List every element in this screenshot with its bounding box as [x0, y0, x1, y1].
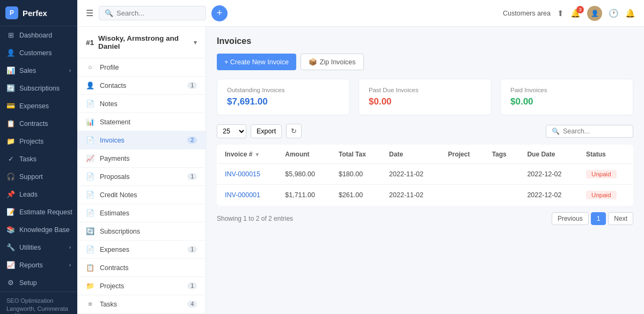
avatar[interactable]: 👤 [587, 6, 602, 21]
leads-icon: 📌 [6, 190, 15, 198]
panel-menu-item-statement[interactable]: 📊 Statement [77, 113, 206, 131]
panel-menu-item-contacts[interactable]: 👤 Contacts 1 [77, 77, 206, 95]
bell-icon[interactable]: 🔔 [625, 9, 635, 18]
sidebar-item-utilities[interactable]: 🔧 Utilities › [0, 238, 77, 256]
outstanding-value: $7,691.00 [227, 96, 340, 107]
cell-due-date: 2022-12-02 [519, 185, 579, 206]
sidebar-item-setup[interactable]: ⚙ Setup [0, 274, 77, 291]
panel-menu-item-proposals[interactable]: 📄 Proposals 1 [77, 168, 206, 186]
panel-menu-item-notes[interactable]: 📄 Notes [77, 95, 206, 113]
zip-label: Zip Invoices [320, 58, 356, 66]
expenses-badge: 1 [187, 246, 197, 253]
th-status: Status [579, 145, 633, 164]
per-page-select[interactable]: 25 50 100 [217, 124, 246, 138]
table-search-input[interactable] [563, 128, 627, 135]
invoices-badge: 2 [187, 137, 197, 144]
cell-date: 2022-11-02 [382, 164, 441, 185]
sidebar-item-label: Reports [19, 261, 43, 269]
sidebar-item-customers[interactable]: 👤 Customers [0, 44, 77, 62]
panel-menu-item-expenses[interactable]: 📄 Expenses 1 [77, 241, 206, 259]
panel-menu-label: Estimates [100, 210, 129, 217]
sidebar-item-reports[interactable]: 📈 Reports › [0, 256, 77, 274]
panel-menu-label: Contracts [100, 264, 129, 272]
panel-menu-item-contracts[interactable]: 📋 Contracts [77, 259, 206, 277]
tasks-icon: ✓ [6, 155, 15, 163]
contacts-icon: 👤 [86, 81, 94, 89]
panel-menu-item-invoices[interactable]: 📄 Invoices 2 [77, 131, 206, 149]
sidebar-item-subscriptions[interactable]: 🔄 Subscriptions [0, 79, 77, 97]
share-icon[interactable]: ⬆ [557, 9, 564, 18]
prev-page-button[interactable]: Previous [552, 212, 589, 225]
sidebar-item-leads[interactable]: 📌 Leads [0, 185, 77, 203]
add-button[interactable]: + [211, 5, 228, 21]
sidebar-item-support[interactable]: 🎧 Support [0, 168, 77, 185]
status-badge: Unpaid [586, 191, 616, 199]
projects-icon: 📁 [6, 137, 15, 145]
panel-menu-item-estimates[interactable]: 📄 Estimates [77, 204, 206, 222]
sidebar-bottom: SEO Optimization Langworth, Cummerata an… [0, 291, 77, 314]
paid-value: $0.00 [510, 96, 623, 107]
sidebar-item-expenses[interactable]: 💳 Expenses [0, 97, 77, 115]
page-1-button[interactable]: 1 [591, 212, 606, 225]
create-invoice-button[interactable]: + Create New Invoice [217, 54, 296, 70]
sidebar-item-knowledge-base[interactable]: 📚 Knowledge Base [0, 221, 77, 238]
contracts-icon: 📋 [86, 264, 94, 272]
panel-header[interactable]: #1 Wisoky, Armstrong and Daniel ▾ [77, 27, 206, 58]
refresh-button[interactable]: ↻ [286, 124, 302, 138]
panel-menu-item-tasks[interactable]: ≡ Tasks 4 [77, 295, 206, 313]
invoice-link[interactable]: INV-000001 [225, 191, 260, 199]
paid-label: Paid Invoices [510, 87, 623, 93]
proposals-badge: 1 [187, 173, 197, 180]
th-project: Project [441, 145, 485, 164]
stats-row: Outstanding Invoices $7,691.00 Past Due … [217, 79, 633, 115]
topbar: ☰ 🔍 + Customers area ⬆ 🔔 3 👤 🕐 🔔 [77, 0, 644, 27]
invoice-link[interactable]: INV-000015 [225, 170, 260, 178]
cell-due-date: 2022-12-02 [519, 164, 579, 185]
panel-menu-item-profile[interactable]: ○ Profile [77, 58, 206, 77]
invoices-icon: 📄 [86, 136, 94, 144]
sidebar-item-dashboard[interactable]: ⊞ Dashboard [0, 26, 77, 44]
profile-icon: ○ [86, 63, 94, 71]
cell-date: 2022-11-02 [382, 185, 441, 206]
table-search-box[interactable]: 🔍 [546, 125, 633, 138]
logo-icon: P [5, 6, 18, 19]
panel-menu-item-projects[interactable]: 📁 Projects 1 [77, 277, 206, 295]
stat-past-due: Past Due Invoices $0.00 [358, 79, 492, 115]
menu-toggle-button[interactable]: ☰ [86, 8, 93, 18]
dashboard-icon: ⊞ [6, 31, 15, 39]
sidebar: P Perfex ⊞ Dashboard 👤 Customers 📊 Sales… [0, 0, 77, 314]
projects-icon: 📁 [86, 282, 94, 290]
clock-icon[interactable]: 🕐 [609, 9, 619, 18]
sort-icon: ▼ [254, 152, 260, 158]
notifications-icon[interactable]: 🔔 3 [570, 9, 581, 18]
sidebar-item-estimate-request[interactable]: 📝 Estimate Request [0, 203, 77, 221]
sidebar-item-label: Estimate Request [19, 208, 72, 216]
sidebar-item-sales[interactable]: 📊 Sales › [0, 62, 77, 79]
app-logo[interactable]: P Perfex [0, 0, 77, 26]
global-search-box[interactable]: 🔍 [99, 6, 206, 20]
panel-menu-item-credit-notes[interactable]: 📄 Credit Notes [77, 186, 206, 204]
sidebar-item-label: Leads [19, 191, 38, 198]
next-page-button[interactable]: Next [608, 212, 633, 225]
estimates-icon: 📄 [86, 209, 94, 217]
cell-invoice-num[interactable]: INV-000015 [217, 164, 278, 185]
export-button[interactable]: Export [251, 124, 282, 138]
panel-menu-item-payments[interactable]: 📈 Payments [77, 149, 206, 168]
th-invoice-num[interactable]: Invoice # ▼ [217, 145, 278, 164]
showing-text: Showing 1 to 2 of 2 entries [217, 215, 293, 222]
expenses-icon: 💳 [6, 102, 15, 110]
sidebar-item-label: Expenses [19, 102, 49, 110]
panel-menu-item-subscriptions[interactable]: 🔄 Subscriptions [77, 222, 206, 241]
sidebar-item-contracts[interactable]: 📋 Contracts [0, 115, 77, 132]
sidebar-item-tasks[interactable]: ✓ Tasks [0, 150, 77, 168]
sidebar-client-label: Langworth, Cummerata and Leannon [6, 305, 71, 314]
search-input[interactable] [116, 9, 197, 17]
sidebar-project-label: SEO Optimization [6, 297, 71, 304]
payments-icon: 📈 [86, 154, 94, 162]
zip-invoices-button[interactable]: 📦 Zip Invoices [301, 54, 364, 70]
sidebar-item-label: Setup [19, 279, 37, 287]
subscriptions-icon: 🔄 [6, 84, 15, 92]
cell-invoice-num[interactable]: INV-000001 [217, 185, 278, 206]
sidebar-item-projects[interactable]: 📁 Projects [0, 132, 77, 150]
customers-area-link[interactable]: Customers area [503, 10, 551, 17]
